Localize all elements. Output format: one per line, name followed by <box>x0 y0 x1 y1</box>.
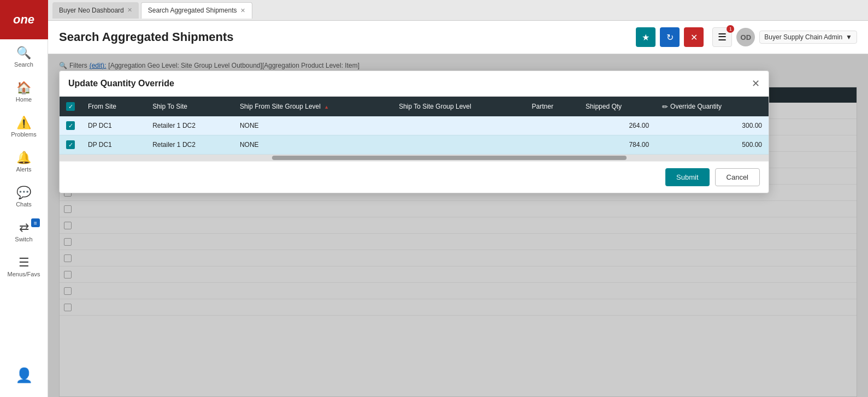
search-icon: 🔍 <box>16 46 31 60</box>
row-ship-to-group <box>392 116 525 135</box>
cancel-button[interactable]: Cancel <box>715 168 760 186</box>
row-ship-to-site: Retailer 1 DC2 <box>146 116 233 135</box>
warning-icon: ⚠️ <box>16 116 31 130</box>
row-ship-from-group: NONE <box>233 135 392 155</box>
submit-button[interactable]: Submit <box>665 168 709 186</box>
sidebar-item-menus[interactable]: ☰ Menus/Favs <box>0 249 48 284</box>
row-ship-from-group: NONE <box>233 116 392 135</box>
col-ship-to-site-label: Ship To Site <box>152 103 187 110</box>
chat-icon: 💬 <box>16 186 31 200</box>
modal-overlay: Update Quantity Override ✕ ✓ From Si <box>48 54 868 397</box>
scrollbar-thumb <box>272 156 627 160</box>
modal-header: Update Quantity Override ✕ <box>60 71 769 97</box>
user-role-label: Buyer Supply Chain Admin <box>764 33 842 41</box>
bell-icon: 🔔 <box>16 151 31 165</box>
sidebar-item-problems[interactable]: ⚠️ Problems <box>0 109 48 144</box>
favorite-button[interactable]: ★ <box>636 27 656 47</box>
horizontal-scrollbar[interactable] <box>60 155 769 161</box>
tab-buyer-neo[interactable]: Buyer Neo Dashboard ✕ <box>52 2 139 19</box>
row-from-site: DP DC1 <box>81 116 146 135</box>
sidebar-item-home[interactable]: 🏠 Home <box>0 74 48 109</box>
page-title: Search Aggregated Shipments <box>59 30 233 44</box>
user-avatar: OD <box>736 28 755 46</box>
app-logo[interactable]: one <box>0 0 48 39</box>
col-partner: Partner <box>525 97 580 116</box>
col-shipped-qty: Shipped Qty <box>579 97 656 116</box>
sidebar-item-alerts[interactable]: 🔔 Alerts <box>0 144 48 179</box>
top-header: Search Aggregated Shipments ★ ↻ ✕ ☰ 1 OD… <box>48 21 868 54</box>
col-ship-to-group-label: Ship To Site Group Level <box>399 103 471 110</box>
col-from-site: From Site <box>81 97 146 116</box>
sidebar-item-switch[interactable]: ⇄ ≡ Switch <box>0 214 48 249</box>
content-area: 🔍 Filters (edit): [Aggregation Geo Level… <box>48 54 868 397</box>
row-partner <box>525 116 580 135</box>
col-partner-label: Partner <box>532 103 553 110</box>
modal-footer: Submit Cancel <box>60 161 769 193</box>
row-override-qty: 500.00 <box>656 135 769 155</box>
override-table: ✓ From Site Ship To Site Ship From Site … <box>60 97 769 155</box>
menu-icon: ☰ <box>19 256 29 270</box>
notification-wrap: ☰ 1 <box>712 27 732 47</box>
tab-close-btn[interactable]: ✕ <box>240 7 245 14</box>
switch-badge: ≡ <box>31 218 40 227</box>
sidebar-item-label: Menus/Favs <box>8 271 40 277</box>
sidebar-item-label: Alerts <box>16 166 31 173</box>
table-header-row: ✓ From Site Ship To Site Ship From Site … <box>60 97 769 116</box>
tab-close-btn[interactable]: ✕ <box>127 7 132 14</box>
tab-search-shipments[interactable]: Search Aggregated Shipments ✕ <box>141 2 252 19</box>
row-from-site: DP DC1 <box>81 135 146 155</box>
user-role-dropdown[interactable]: Buyer Supply Chain Admin ▼ <box>759 31 857 44</box>
col-shipped-qty-label: Shipped Qty <box>586 103 622 110</box>
sidebar-item-label: Chats <box>16 201 32 208</box>
sidebar-item-label: Problems <box>11 131 36 138</box>
row-ship-to-site: Retailer 1 DC2 <box>146 135 233 155</box>
modal-body: ✓ From Site Ship To Site Ship From Site … <box>60 97 769 161</box>
tab-label: Buyer Neo Dashboard <box>59 7 124 14</box>
override-edit-icon[interactable]: ✏ <box>662 103 668 111</box>
dropdown-arrow-icon: ▼ <box>846 33 852 41</box>
col-ship-to-site: Ship To Site <box>146 97 233 116</box>
tab-label: Search Aggregated Shipments <box>148 7 237 14</box>
user-avatar-icon: 👤 <box>15 367 33 384</box>
sidebar-item-label: Home <box>16 96 32 103</box>
header-actions: ★ ↻ ✕ ☰ 1 OD Buyer Supply Chain Admin ▼ <box>636 27 857 47</box>
row-override-qty: 300.00 <box>656 116 769 135</box>
row-ship-to-group <box>392 135 525 155</box>
sidebar-item-search[interactable]: 🔍 Search <box>0 39 48 74</box>
row-shipped-qty: 784.00 <box>579 135 656 155</box>
user-initials: OD <box>741 33 752 42</box>
modal-close-button[interactable]: ✕ <box>752 78 760 90</box>
modal-title: Update Quantity Override <box>68 79 174 88</box>
row-check-cell: ✓ <box>60 135 81 155</box>
col-override-qty-label: Override Quantity <box>670 103 722 110</box>
tab-bar: Buyer Neo Dashboard ✕ Search Aggregated … <box>48 0 868 21</box>
refresh-button[interactable]: ↻ <box>660 27 680 47</box>
sort-icon: ▲ <box>324 104 329 110</box>
col-from-site-label: From Site <box>88 103 116 110</box>
main-area: Buyer Neo Dashboard ✕ Search Aggregated … <box>48 0 868 397</box>
home-icon: 🏠 <box>16 81 31 95</box>
table-row: ✓ DP DC1 Retailer 1 DC2 NONE 784.00 500.… <box>60 135 769 155</box>
row-checkbox[interactable]: ✓ <box>66 121 75 130</box>
table-row: ✓ DP DC1 Retailer 1 DC2 NONE 264.00 300.… <box>60 116 769 135</box>
select-all-checkbox[interactable]: ✓ <box>66 102 75 111</box>
row-partner <box>525 135 580 155</box>
sidebar-item-label: Switch <box>15 236 32 242</box>
row-check-cell: ✓ <box>60 116 81 135</box>
col-ship-from-group: Ship From Site Group Level ▲ <box>233 97 392 116</box>
col-override-qty: ✏ Override Quantity <box>656 97 769 116</box>
row-shipped-qty: 264.00 <box>579 116 656 135</box>
col-check: ✓ <box>60 97 81 116</box>
update-quantity-modal: Update Quantity Override ✕ ✓ From Si <box>59 70 769 193</box>
close-page-button[interactable]: ✕ <box>684 27 704 47</box>
logo-text: one <box>13 13 34 27</box>
sidebar-item-label: Search <box>14 61 33 68</box>
row-checkbox[interactable]: ✓ <box>66 140 75 149</box>
sidebar: one 🔍 Search 🏠 Home ⚠️ Problems 🔔 Alerts… <box>0 0 48 397</box>
col-ship-from-group-label: Ship From Site Group Level <box>240 103 321 110</box>
notification-badge: 1 <box>727 25 734 33</box>
col-ship-to-group: Ship To Site Group Level <box>392 97 525 116</box>
sidebar-item-chats[interactable]: 💬 Chats <box>0 179 48 214</box>
switch-icon: ⇄ <box>19 221 29 235</box>
sidebar-avatar[interactable]: 👤 <box>0 360 48 392</box>
